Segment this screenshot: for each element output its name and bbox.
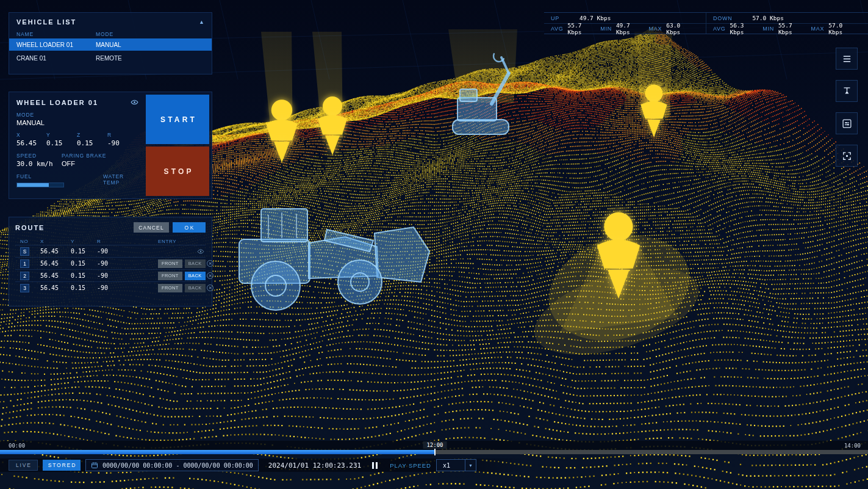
down-avg-value: 56.3 Kbps <box>730 22 753 35</box>
route-columns: NO X Y R ENTRY <box>15 237 206 245</box>
z-value: 0.15 <box>77 139 107 147</box>
up-value: 49.7 Kbps <box>579 15 611 21</box>
vehicle-list-title: VEHICLE LIST <box>16 18 76 26</box>
vehicle-name: CRANE 01 <box>16 55 96 62</box>
column-header-name: NAME <box>16 31 96 37</box>
play-speed-dropdown[interactable]: x1 ▾ <box>436 459 476 471</box>
up-min-value: 49.7 Kbps <box>616 22 639 35</box>
vehicle-row-crane-01[interactable]: CRANE 01 REMOTE <box>9 52 212 64</box>
down-min-label: MIN <box>762 26 774 32</box>
stop-button[interactable]: STOP <box>146 147 209 196</box>
display-settings-button[interactable] <box>836 112 858 134</box>
vehicle-list-panel: VEHICLE LIST ▲ NAME MODE WHEEL LOADER 01… <box>9 12 212 74</box>
route-entry-cell: FRONT BACK <box>121 284 206 292</box>
app-root: VEHICLE LIST ▲ NAME MODE WHEEL LOADER 01… <box>0 0 868 489</box>
up-avg-label: AVG <box>551 26 564 32</box>
up-label: UP <box>551 15 559 21</box>
date-range-value: 0000/00/00 00:00:00 - 0000/00/00 00:00:0… <box>102 462 253 469</box>
collapse-panel-icon[interactable]: ▲ <box>199 19 204 25</box>
column-header-entry: ENTRY <box>121 239 196 244</box>
route-no-badge: 3 <box>20 284 29 292</box>
column-header-no: NO <box>20 239 40 244</box>
timeline-panel: 00:00 12:00 14:00 LIVE STORED 0000/00/00… <box>0 441 868 477</box>
control-sliders-icon <box>842 118 852 129</box>
vehicle-list-columns: NAME MODE <box>16 31 204 37</box>
pause-button[interactable] <box>372 462 378 469</box>
timeline-handle[interactable] <box>434 449 436 455</box>
route-row-start[interactable]: S 56.45 0.15 -90 <box>15 245 206 257</box>
stored-button[interactable]: STORED <box>43 460 81 471</box>
entry-back-button[interactable]: BACK <box>185 259 206 268</box>
route-entry-cell: FRONT BACK <box>121 259 206 268</box>
entry-back-button[interactable]: BACK <box>185 284 206 292</box>
network-stats-panel: UP 49.7 Kbps DOWN 57.0 Kbps AVG 55.7 Kbp… <box>544 12 868 34</box>
playback-controls: LIVE STORED 0000/00/00 00:00:00 - 0000/0… <box>0 458 868 472</box>
down-avg-label: AVG <box>713 26 726 32</box>
remove-icon[interactable]: ✕ <box>206 284 215 291</box>
mode-value: MANUAL <box>16 119 138 126</box>
route-x: 56.45 <box>40 260 71 267</box>
entry-back-button[interactable]: BACK <box>185 272 206 280</box>
timeline-scrubber[interactable] <box>0 450 868 454</box>
ok-button[interactable]: OK <box>173 222 206 233</box>
down-min-value: 55.7 Kbps <box>778 22 802 35</box>
remove-icon[interactable]: ✕ <box>206 272 215 279</box>
menu-button[interactable] <box>836 48 858 70</box>
timeline-progress-fill <box>0 450 435 454</box>
eye-icon[interactable] <box>196 248 206 255</box>
column-header-mode: MODE <box>96 31 113 37</box>
route-row-3[interactable]: 3 56.45 0.15 -90 FRONT BACK ✕ <box>15 281 206 294</box>
column-header-x: X <box>40 239 71 244</box>
position-readout: X 56.45 Y 0.15 Z 0.15 R -90 <box>16 132 138 147</box>
entry-front-button[interactable]: FRONT <box>158 284 182 292</box>
down-max-value: 57.0 Kbps <box>828 22 852 35</box>
route-title: ROUTE <box>15 224 134 231</box>
r-value: -90 <box>107 139 132 147</box>
fullscreen-icon <box>842 151 852 161</box>
visibility-eye-icon[interactable] <box>131 98 138 106</box>
vehicle-detail-title: WHEEL LOADER 01 <box>16 99 98 106</box>
date-range-picker[interactable]: 0000/00/00 00:00:00 - 0000/00/00 00:00:0… <box>85 459 259 471</box>
up-max-value: 63.0 Kbps <box>666 22 689 35</box>
up-max-label: MAX <box>649 26 662 32</box>
fullscreen-button[interactable] <box>836 145 858 167</box>
route-r: -90 <box>97 260 121 267</box>
route-row-2[interactable]: 2 56.45 0.15 -90 FRONT BACK ✕ <box>15 269 206 281</box>
route-r: -90 <box>97 284 121 291</box>
route-no-badge: 2 <box>20 272 29 280</box>
down-label: DOWN <box>713 15 732 21</box>
vehicle-mode: MANUAL <box>96 42 121 48</box>
play-speed-label: PLAY SPEED <box>390 462 431 469</box>
calendar-icon <box>91 462 98 469</box>
entry-front-button[interactable]: FRONT <box>158 272 182 280</box>
down-max-label: MAX <box>811 26 825 32</box>
vehicle-command-buttons: START STOP <box>143 92 212 198</box>
route-x: 56.45 <box>40 248 71 255</box>
vehicle-detail-info: WHEEL LOADER 01 MODE MANUAL X 56.45 Y 0.… <box>9 92 143 198</box>
downlink-detail-stats: AVG 56.3 Kbps MIN 55.7 Kbps MAX 57.0 Kbp… <box>706 24 868 34</box>
fuel-label: FUEL <box>16 173 103 179</box>
menu-icon <box>842 54 852 64</box>
remove-icon[interactable]: ✕ <box>206 260 215 267</box>
route-row-1[interactable]: 1 56.45 0.15 -90 FRONT BACK ✕ <box>15 257 206 269</box>
z-label: Z <box>77 132 107 138</box>
live-button[interactable]: LIVE <box>9 460 38 471</box>
water-temp-label: WATER TEMP <box>103 173 138 186</box>
cancel-button[interactable]: CANCEL <box>134 222 169 233</box>
y-value: 0.15 <box>46 139 77 147</box>
entry-front-button[interactable]: FRONT <box>158 259 182 268</box>
x-label: X <box>16 132 46 138</box>
route-y: 0.15 <box>71 260 97 267</box>
vehicle-name: WHEEL LOADER 01 <box>16 42 96 48</box>
route-x: 56.45 <box>40 284 71 291</box>
start-button[interactable]: START <box>146 95 209 144</box>
speed-label: SPEED <box>16 153 62 159</box>
route-x: 56.45 <box>40 272 71 279</box>
side-toolbar <box>836 48 858 167</box>
vehicle-row-wheel-loader-01[interactable]: WHEEL LOADER 01 MANUAL <box>9 38 212 51</box>
route-r: -90 <box>97 248 121 255</box>
plumb-tool-icon <box>842 86 852 96</box>
route-entry-cell: FRONT BACK <box>121 272 206 280</box>
plumb-tool-button[interactable] <box>836 80 858 102</box>
route-y: 0.15 <box>71 284 97 291</box>
